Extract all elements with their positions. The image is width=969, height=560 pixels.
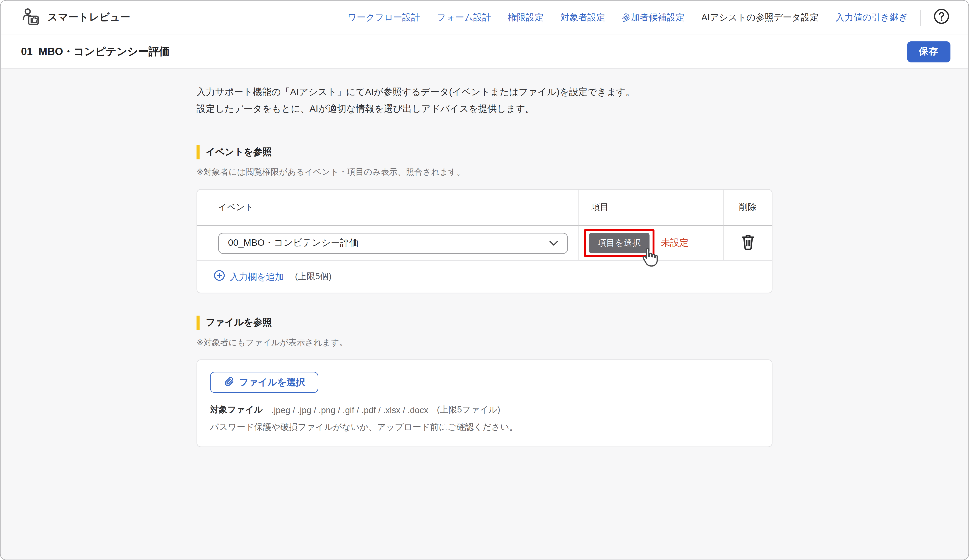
select-item-button[interactable]: 項目を選択	[589, 233, 649, 253]
page: スマートレビュー ワークフロー設計 フォーム設計 権限設定 対象者設定 参加者候…	[0, 0, 969, 560]
nav-workflow-design[interactable]: ワークフロー設計	[348, 12, 420, 23]
nav-form-design[interactable]: フォーム設計	[437, 12, 491, 23]
chevron-down-icon	[549, 238, 559, 249]
select-file-label: ファイルを選択	[239, 377, 305, 388]
event-table-card: イベント 項目 削除 00_MBO・コンピテンシー評価	[196, 189, 773, 293]
file-target-types: .jpeg / .jpg / .png / .gif / .pdf / .xls…	[271, 405, 428, 415]
app-logo: スマートレビュー	[22, 7, 131, 28]
column-header-delete: 削除	[723, 189, 772, 225]
save-button[interactable]: 保存	[907, 41, 951, 62]
help-button[interactable]	[933, 8, 950, 27]
nav-participant-candidate-settings[interactable]: 参加者候補設定	[622, 12, 684, 23]
nav-permission-settings[interactable]: 権限設定	[508, 12, 544, 23]
file-target-limit: (上限5ファイル)	[437, 405, 500, 415]
add-input-row: 入力欄を追加 (上限5個)	[197, 261, 772, 293]
file-target-line: 対象ファイル .jpeg / .jpg / .png / .gif / .pdf…	[210, 405, 759, 415]
item-status-badge: 未設定	[661, 237, 689, 249]
event-select[interactable]: 00_MBO・コンピテンシー評価	[218, 233, 568, 254]
select-file-button[interactable]: ファイルを選択	[210, 372, 318, 393]
add-input-link[interactable]: 入力欄を追加	[214, 270, 284, 284]
file-section-heading: ファイルを参照	[196, 316, 773, 330]
smart-review-logo-icon	[22, 7, 40, 28]
intro-text: 入力サポート機能の「AIアシスト」にてAIが参照するデータ(イベントまたはファイ…	[196, 83, 773, 116]
main-content: 入力サポート機能の「AIアシスト」にてAIが参照するデータ(イベントまたはファイ…	[1, 68, 969, 560]
column-header-event: イベント	[197, 189, 578, 225]
intro-line-1: 入力サポート機能の「AIアシスト」にてAIが参照するデータ(イベントまたはファイ…	[196, 83, 773, 100]
nav-target-settings[interactable]: 対象者設定	[560, 12, 605, 23]
event-section-title: イベントを参照	[206, 146, 272, 158]
app-header: スマートレビュー ワークフロー設計 フォーム設計 権限設定 対象者設定 参加者候…	[1, 1, 969, 35]
question-circle-icon	[933, 8, 950, 27]
file-caution: パスワード保護や破損ファイルがないか、アップロード前にご確認ください。	[210, 422, 759, 433]
section-bar	[196, 316, 200, 330]
paperclip-icon	[223, 376, 233, 389]
file-card: ファイルを選択 対象ファイル .jpeg / .jpg / .png / .gi…	[196, 359, 773, 447]
intro-line-2: 設定したデータをもとに、AIが適切な情報を選び出しアドバイスを提供します。	[196, 100, 773, 117]
column-header-item: 項目	[578, 189, 723, 225]
trash-icon	[741, 234, 755, 252]
title-bar: 01_MBO・コンピテンシー評価 保存	[1, 35, 969, 68]
top-nav: ワークフロー設計 フォーム設計 権限設定 対象者設定 参加者候補設定 AIアシス…	[348, 12, 907, 23]
add-input-label: 入力欄を追加	[230, 271, 284, 282]
event-select-value: 00_MBO・コンピテンシー評価	[228, 237, 549, 249]
app-title: スマートレビュー	[48, 11, 130, 24]
highlight-box: 項目を選択	[584, 229, 654, 257]
nav-ai-assist-reference-data-settings[interactable]: AIアシストの参照データ設定	[701, 12, 819, 23]
add-input-limit: (上限5個)	[295, 271, 331, 282]
plus-circle-icon	[214, 270, 225, 284]
nav-divider	[920, 10, 921, 26]
section-bar	[196, 145, 200, 159]
page-title: 01_MBO・コンピテンシー評価	[21, 45, 170, 59]
nav-input-value-carryover[interactable]: 入力値の引き継ぎ	[836, 12, 907, 23]
file-section-note: ※対象者にもファイルが表示されます。	[196, 337, 773, 348]
file-target-label: 対象ファイル	[210, 405, 263, 415]
event-section-heading: イベントを参照	[196, 145, 773, 159]
table-header-row: イベント 項目 削除	[197, 189, 772, 226]
app-window: スマートレビュー ワークフロー設計 フォーム設計 権限設定 対象者設定 参加者候…	[0, 0, 969, 560]
file-section-title: ファイルを参照	[206, 317, 272, 329]
delete-row-button[interactable]	[741, 234, 755, 252]
table-row: 00_MBO・コンピテンシー評価 項目を選択	[197, 226, 772, 261]
event-section-note: ※対象者には閲覧権限があるイベント・項目のみ表示、照合されます。	[196, 167, 773, 178]
